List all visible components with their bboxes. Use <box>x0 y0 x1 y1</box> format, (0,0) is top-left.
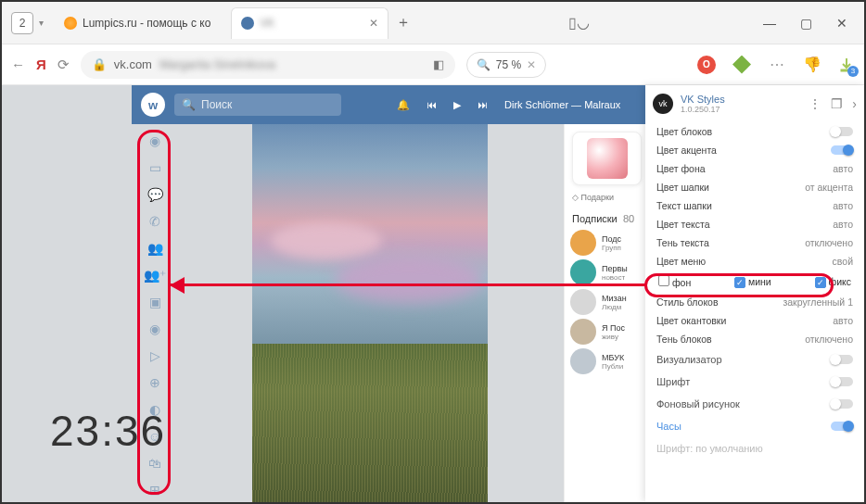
setting-text-color[interactable]: Цвет текстаавто <box>645 215 864 233</box>
gift-image <box>587 138 628 179</box>
url-box[interactable]: 🔒 vk.com Margarita Sinelnikova ◧ <box>81 51 455 79</box>
setting-border-color[interactable]: Цвет окантовкиавто <box>645 311 864 330</box>
avatar <box>570 319 596 345</box>
ext-badge: 1 <box>745 68 755 77</box>
now-playing[interactable]: Dirk Schlömer — Malraux <box>504 99 620 110</box>
downloads-badge: 3 <box>847 66 859 77</box>
close-button[interactable]: ✕ <box>836 16 847 31</box>
subscriptions-header[interactable]: Подписки 80 <box>572 213 649 224</box>
favicon-vk <box>241 17 254 30</box>
zoom-indicator[interactable]: 🔍 75 % ✕ <box>466 52 546 78</box>
avatar <box>570 259 596 285</box>
annotation-arrow-head <box>170 277 185 294</box>
section-clock[interactable]: Часы <box>645 415 864 437</box>
setting-header-text[interactable]: Текст шапкиавто <box>645 196 864 215</box>
downloads-icon[interactable]: 3 <box>838 57 855 73</box>
shield-ext-icon[interactable]: 1 <box>732 56 751 74</box>
toggle[interactable] <box>831 145 853 155</box>
profile-cover-image <box>252 124 488 502</box>
sub-name: МБУКПубли <box>602 353 624 371</box>
panel-version: 1.0.250.17 <box>681 105 725 114</box>
setting-bg-color[interactable]: Цвет фонаавто <box>645 159 864 178</box>
setting-text-shadow[interactable]: Тень текстаотключено <box>645 233 864 252</box>
address-bar: ← Я ⟳ 🔒 vk.com Margarita Sinelnikova ◧ 🔍… <box>2 44 864 85</box>
feedback-icon[interactable]: 👎 <box>803 56 821 74</box>
maximize-button[interactable]: ▢ <box>800 16 812 31</box>
yandex-home-icon[interactable]: Я <box>36 57 46 72</box>
section-font-default[interactable]: Шрифт: по умолчанию <box>645 437 864 460</box>
setting-accent-color[interactable]: Цвет акцента <box>645 141 864 159</box>
search-icon: 🔍 <box>182 98 196 111</box>
sub-name: МизанЛюдм <box>602 294 627 311</box>
panel-next-icon[interactable]: › <box>852 96 857 111</box>
vk-logo-icon[interactable]: w <box>141 93 165 117</box>
panel-menu-icon[interactable]: ⋮ <box>809 96 821 111</box>
annotation-box-checks <box>644 273 834 297</box>
panel-copy-icon[interactable]: ❐ <box>831 96 843 111</box>
tab-counter[interactable]: 2 <box>11 12 33 34</box>
music-prev-icon[interactable]: ⏮ <box>427 99 437 110</box>
setting-block-color[interactable]: Цвет блоков <box>645 122 864 141</box>
subscription-item[interactable]: МБУКПубли <box>570 348 643 374</box>
panel-header: vk VK Styles 1.0.250.17 ⋮ ❐ › <box>645 85 864 122</box>
tab-lumpics[interactable]: Lumpics.ru - помощь с ко <box>55 7 220 39</box>
toggle[interactable] <box>831 399 853 409</box>
subscription-item[interactable]: МизанЛюдм <box>570 289 643 315</box>
extensions-menu-icon[interactable]: ⋯ <box>768 56 786 74</box>
notifications-icon[interactable]: 🔔 <box>397 99 410 111</box>
panel-title: VK Styles <box>681 94 725 105</box>
tab-title: Lumpics.ru - помощь с ко <box>83 17 210 30</box>
toggle[interactable] <box>831 377 853 386</box>
subscription-item[interactable]: Я Посживу <box>570 319 643 345</box>
annotation-box-sidebar <box>137 130 171 495</box>
section-font[interactable]: Шрифт <box>645 371 864 393</box>
annotation-arrow-line <box>171 284 645 286</box>
tab-vk[interactable]: VK ✕ <box>231 7 388 39</box>
readlist-icon[interactable]: ▯◡ <box>568 14 590 32</box>
search-placeholder: Поиск <box>201 98 232 111</box>
subscription-item[interactable]: Первыновост <box>570 259 643 285</box>
music-next-icon[interactable]: ⏭ <box>478 99 488 110</box>
vk-right-column: ◇ Подарки Подписки 80 ПодсГруппПервыново… <box>564 124 649 502</box>
avatar <box>570 348 596 374</box>
setting-header-color[interactable]: Цвет шапкиот акцента <box>645 178 864 196</box>
setting-block-shadow[interactable]: Тень блоковотключено <box>645 330 864 348</box>
vk-search-input[interactable]: 🔍 Поиск <box>174 94 341 116</box>
window-controls: — ▢ ✕ <box>763 16 864 31</box>
tab-dropdown-icon[interactable]: ▾ <box>39 18 44 28</box>
zoom-icon: 🔍 <box>477 58 490 71</box>
lock-icon: 🔒 <box>92 57 107 71</box>
zoom-close-icon[interactable]: ✕ <box>527 58 536 71</box>
toggle[interactable] <box>831 355 853 364</box>
toggle[interactable] <box>831 127 853 136</box>
sub-name: Первыновост <box>602 264 628 282</box>
new-tab-button[interactable]: ＋ <box>396 13 411 32</box>
bookmark-icon[interactable]: ◧ <box>433 57 444 71</box>
adblock-icon[interactable]: O <box>697 56 716 74</box>
avatar <box>570 230 596 256</box>
section-visualizer[interactable]: Визуализатор <box>645 348 864 371</box>
music-controls: 🔔 ⏮ ▶ ⏭ Dirk Schlömer — Malraux <box>397 99 620 111</box>
url-text: vk.com <box>114 57 152 71</box>
gift-label[interactable]: ◇ Подарки <box>572 193 642 202</box>
browser-titlebar: 2 ▾ Lumpics.ru - помощь с ко VK ✕ ＋ ▯◡ —… <box>2 2 864 44</box>
gift-card[interactable] <box>572 132 642 185</box>
sub-name: Я Посживу <box>602 323 625 341</box>
close-icon[interactable]: ✕ <box>369 17 378 30</box>
toggle[interactable] <box>831 422 853 431</box>
section-bg-image[interactable]: Фоновый рисунок <box>645 393 864 415</box>
minimize-button[interactable]: — <box>763 16 776 31</box>
zoom-value: 75 % <box>496 58 521 71</box>
reload-button[interactable]: ⟳ <box>57 57 70 73</box>
music-play-icon[interactable]: ▶ <box>453 99 461 111</box>
favicon-lumpics <box>64 17 77 30</box>
vkstyles-logo-icon: vk <box>653 94 673 114</box>
back-button[interactable]: ← <box>11 57 25 72</box>
extensions-tray: O 1 ⋯ 👎 3 <box>697 56 855 74</box>
subscription-item[interactable]: ПодсГрупп <box>570 230 643 256</box>
sub-name: ПодсГрупп <box>602 234 621 252</box>
url-path: Margarita Sinelnikova <box>159 57 426 71</box>
avatar <box>570 289 596 315</box>
setting-menu-color[interactable]: Цвет менюсвой <box>645 252 864 271</box>
page-viewport: w 🔍 Поиск 🔔 ⏮ ▶ ⏭ Dirk Schlömer — Malrau… <box>2 85 864 502</box>
